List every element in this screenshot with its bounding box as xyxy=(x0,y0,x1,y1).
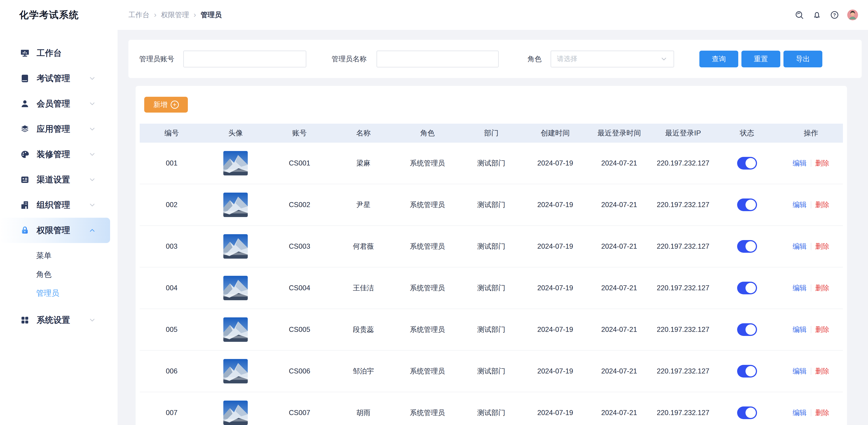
cell-ip: 220.197.232.127 xyxy=(651,409,715,417)
cell-avatar xyxy=(204,401,268,425)
add-button[interactable]: 新增 + xyxy=(144,97,188,113)
cell-last-login: 2024-07-21 xyxy=(587,367,651,375)
chevron-down-icon xyxy=(88,74,96,82)
sidebar-item-label: 工作台 xyxy=(37,48,62,59)
cell-last-login: 2024-07-21 xyxy=(587,159,651,167)
help-icon[interactable]: ? xyxy=(830,10,839,20)
sidebar-item-label: 会员管理 xyxy=(37,98,70,110)
reset-button[interactable]: 重置 xyxy=(741,51,780,67)
breadcrumb-item-workbench[interactable]: 工作台 xyxy=(128,10,149,20)
topbar-actions: ? xyxy=(794,9,868,20)
cell-actions: 编辑 删除 xyxy=(779,242,843,251)
sidebar-item-channel-settings[interactable]: 渠道设置 xyxy=(0,167,118,192)
cell-created: 2024-07-19 xyxy=(523,242,587,250)
status-toggle[interactable] xyxy=(737,282,757,294)
cell-role: 系统管理员 xyxy=(395,325,459,334)
status-toggle[interactable] xyxy=(737,365,757,377)
cell-created: 2024-07-19 xyxy=(523,284,587,292)
status-toggle[interactable] xyxy=(737,157,757,170)
col-status: 状态 xyxy=(715,128,779,138)
news-icon xyxy=(20,175,30,185)
sidebar-item-member-management[interactable]: 会员管理 xyxy=(0,91,118,116)
table-row: 002 CS002 尹星 系统管理员 测试部门 2024-07-19 2024-… xyxy=(140,184,843,226)
edit-link[interactable]: 编辑 xyxy=(793,200,807,210)
sidebar-subitem-role[interactable]: 角色 xyxy=(0,265,118,284)
role-label: 角色 xyxy=(528,54,541,64)
cell-name: 胡雨 xyxy=(331,408,395,418)
chevron-down-icon xyxy=(88,151,96,158)
palette-icon xyxy=(20,149,30,159)
admin-name-input[interactable] xyxy=(377,51,499,67)
search-icon[interactable] xyxy=(794,10,804,20)
user-avatar[interactable] xyxy=(847,9,858,20)
status-toggle[interactable] xyxy=(737,199,757,211)
delete-link[interactable]: 删除 xyxy=(815,283,829,293)
delete-link[interactable]: 删除 xyxy=(815,366,829,376)
delete-link[interactable]: 删除 xyxy=(815,158,829,168)
sidebar-item-app-management[interactable]: 应用管理 xyxy=(0,116,118,142)
col-dept: 部门 xyxy=(459,128,523,138)
breadcrumb-separator: › xyxy=(193,10,196,19)
edit-link[interactable]: 编辑 xyxy=(793,283,807,293)
sidebar-item-label: 渠道设置 xyxy=(37,174,70,185)
search-button[interactable]: 查询 xyxy=(700,51,738,67)
sidebar-item-exam-management[interactable]: 考试管理 xyxy=(0,66,118,91)
cell-dept: 测试部门 xyxy=(459,200,523,210)
sidebar-item-label: 考试管理 xyxy=(37,73,70,84)
delete-link[interactable]: 删除 xyxy=(815,408,829,418)
edit-link[interactable]: 编辑 xyxy=(793,242,807,251)
book-icon xyxy=(20,73,30,84)
bell-icon[interactable] xyxy=(812,10,822,20)
cell-account: CS004 xyxy=(268,284,332,292)
plus-circle-icon: + xyxy=(170,100,179,109)
cell-id: 006 xyxy=(140,367,204,375)
sidebar-item-label: 应用管理 xyxy=(37,123,70,135)
sidebar-item-system-settings[interactable]: 系统设置 xyxy=(0,307,118,333)
role-select[interactable]: 请选择 xyxy=(551,51,674,67)
edit-link[interactable]: 编辑 xyxy=(793,366,807,376)
toggle-knob xyxy=(745,241,756,252)
sidebar-item-decoration-management[interactable]: 装修管理 xyxy=(0,142,118,167)
sidebar-subitem-menu[interactable]: 菜单 xyxy=(0,246,118,265)
action-divider xyxy=(811,201,811,208)
table-header: 编号 头像 账号 名称 角色 部门 创建时间 最近登录时间 最近登录IP 状态 … xyxy=(140,124,843,143)
toggle-knob xyxy=(745,407,756,418)
chevron-down-icon xyxy=(660,55,668,63)
edit-link[interactable]: 编辑 xyxy=(793,325,807,334)
cell-account: CS001 xyxy=(268,159,332,167)
action-divider xyxy=(811,243,811,250)
delete-link[interactable]: 删除 xyxy=(815,325,829,334)
delete-link[interactable]: 删除 xyxy=(815,200,829,210)
toggle-knob xyxy=(745,158,756,169)
cell-dept: 测试部门 xyxy=(459,242,523,251)
cell-ip: 220.197.232.127 xyxy=(651,367,715,375)
cell-name: 段贵蕊 xyxy=(331,325,395,334)
table-row: 006 CS006 邹泊宇 系统管理员 测试部门 2024-07-19 2024… xyxy=(140,351,843,392)
col-created: 创建时间 xyxy=(523,128,587,138)
cell-account: CS006 xyxy=(268,367,332,375)
edit-link[interactable]: 编辑 xyxy=(793,158,807,168)
sidebar-item-permission-management[interactable]: 权限管理 xyxy=(0,218,110,243)
delete-link[interactable]: 删除 xyxy=(815,242,829,251)
chevron-down-icon xyxy=(88,316,96,324)
cell-status xyxy=(715,282,779,294)
sidebar-item-workbench[interactable]: 工作台 xyxy=(0,40,118,66)
breadcrumb-item-permission[interactable]: 权限管理 xyxy=(161,10,189,20)
admin-name-label: 管理员名称 xyxy=(332,54,367,64)
cell-status xyxy=(715,157,779,170)
toggle-knob xyxy=(745,200,756,210)
cell-last-login: 2024-07-21 xyxy=(587,201,651,209)
sidebar-item-organization-management[interactable]: 组织管理 xyxy=(0,192,118,218)
cell-last-login: 2024-07-21 xyxy=(587,284,651,292)
admin-account-input[interactable] xyxy=(183,51,306,67)
sidebar-subitem-admin[interactable]: 管理员 xyxy=(0,284,118,302)
status-toggle[interactable] xyxy=(737,240,757,253)
status-toggle[interactable] xyxy=(737,323,757,336)
status-toggle[interactable] xyxy=(737,406,757,419)
export-button[interactable]: 导出 xyxy=(783,51,822,67)
cell-created: 2024-07-19 xyxy=(523,367,587,375)
edit-link[interactable]: 编辑 xyxy=(793,408,807,418)
cell-account: CS005 xyxy=(268,326,332,334)
cell-name: 梁麻 xyxy=(331,158,395,168)
cell-dept: 测试部门 xyxy=(459,283,523,293)
